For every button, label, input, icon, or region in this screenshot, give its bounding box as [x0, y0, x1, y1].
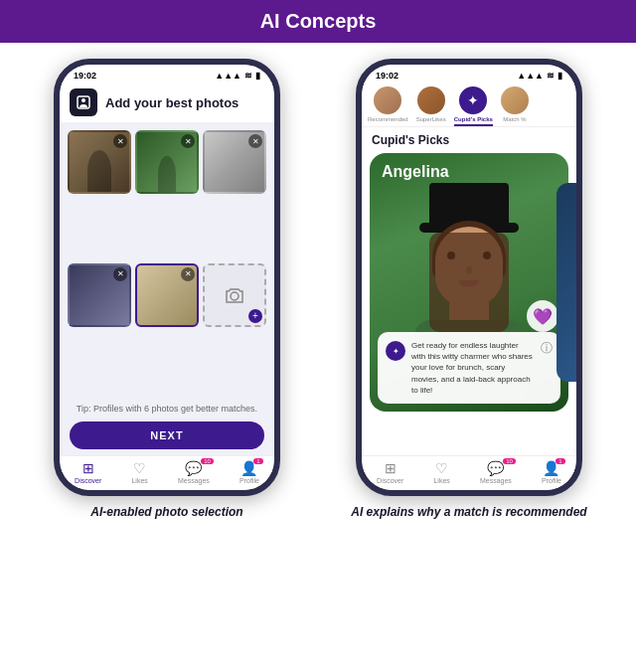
signal-icon: ▲▲▲ [215, 71, 241, 81]
caption2: AI explains why a match is recommended [351, 504, 586, 521]
remove-photo-5[interactable]: ✕ [181, 267, 195, 281]
phone1-nav-messages[interactable]: 💬 10 Messages [178, 460, 210, 484]
right-peek-card [556, 183, 576, 382]
messages-icon: 💬 [185, 460, 202, 476]
photo-cell-6-empty[interactable]: + [203, 263, 266, 327]
profile-card[interactable]: Angelina 💜 ✦ Get ready for endless laugh… [370, 153, 568, 412]
messages2-icon: 💬 [487, 460, 504, 476]
phone1-nav-discover[interactable]: ⊞ Discover [75, 460, 101, 484]
phone2-column: 19:02 ▲▲▲ ≋ ▮ Recommended Super [326, 59, 612, 521]
phone1-screen: 19:02 ▲▲▲ ≋ ▮ [60, 65, 274, 490]
phone2-nav-discover[interactable]: ⊞ Discover [377, 460, 403, 484]
long-hair [429, 233, 509, 332]
photo-grid: ✕ ✕ ✕ ✕ ✕ [60, 122, 274, 400]
profile-area: Angelina 💜 ✦ Get ready for endless laugh… [362, 153, 576, 455]
phone1-nav-likes[interactable]: ♡ Likes [131, 460, 147, 484]
svg-point-2 [231, 292, 238, 300]
phone1-status-bar: 19:02 ▲▲▲ ≋ ▮ [60, 65, 274, 83]
section-title: Cupid's Picks [362, 127, 576, 153]
discover2-icon: ⊞ [385, 460, 397, 476]
photo-cell-3[interactable]: ✕ [203, 130, 266, 194]
phone1-column: 19:02 ▲▲▲ ≋ ▮ [24, 59, 310, 521]
info-more-icon[interactable]: ⓘ [541, 340, 553, 357]
next-button[interactable]: NEXT [70, 421, 264, 449]
phone2-nav-likes[interactable]: ♡ Likes [433, 460, 449, 484]
phone2-screen: 19:02 ▲▲▲ ≋ ▮ Recommended Super [362, 65, 576, 490]
tabs-row: Recommended SuperLikes ✦ Cupid's Picks M… [362, 83, 576, 127]
messages2-label: Messages [480, 477, 512, 484]
cupids-picks-icon: ✦ [459, 86, 487, 114]
profile-label: Profile [239, 477, 259, 484]
phone1-nav-profile[interactable]: 👤 1 Profile [239, 460, 259, 484]
phone1-time: 19:02 [74, 71, 96, 81]
photo-cell-4[interactable]: ✕ [68, 263, 131, 327]
profile-info-card: ✦ Get ready for endless laughter with th… [378, 332, 560, 404]
caption1: AI-enabled photo selection [90, 504, 242, 521]
photo-cell-5[interactable]: ✕ [135, 263, 199, 327]
phone2-nav-profile[interactable]: 👤 1 Profile [542, 460, 561, 484]
phone1-status-icons: ▲▲▲ ≋ ▮ [215, 71, 260, 81]
discover-icon: ⊞ [82, 460, 94, 476]
remove-photo-2[interactable]: ✕ [181, 134, 195, 148]
phone1-shell: 19:02 ▲▲▲ ≋ ▮ [54, 59, 280, 496]
sparkle-button[interactable]: 💜 [527, 300, 558, 332]
messages-badge: 10 [201, 458, 214, 464]
page-title: AI Concepts [260, 10, 377, 32]
photo-cell-2[interactable]: ✕ [135, 130, 199, 194]
add-photo-plus[interactable]: + [248, 309, 262, 323]
tab-recommended[interactable]: Recommended [368, 86, 408, 122]
photo-cell-1[interactable]: ✕ [68, 130, 131, 194]
tab-match-percent[interactable]: Match % [501, 86, 529, 122]
svg-point-1 [81, 98, 85, 102]
photo-header: Add your best photos [60, 83, 274, 122]
profile2-badge: 1 [556, 458, 565, 464]
discover2-label: Discover [377, 477, 403, 484]
wifi2-icon: ≋ [547, 71, 555, 81]
discover-label: Discover [75, 477, 101, 484]
battery-icon: ▮ [255, 71, 260, 81]
profile-badge: 1 [253, 458, 263, 464]
likes2-icon: ♡ [435, 460, 448, 476]
likes-icon: ♡ [133, 460, 146, 476]
tip-text: Tip: Profiles with 6 photos get better m… [60, 400, 274, 418]
remove-photo-1[interactable]: ✕ [113, 134, 127, 148]
phone2-bottom-nav: ⊞ Discover ♡ Likes 💬 10 Messages 👤 1 [362, 455, 576, 490]
page-header: AI Concepts [0, 0, 636, 43]
phone2-shell: 19:02 ▲▲▲ ≋ ▮ Recommended Super [356, 59, 582, 496]
phone2-status-bar: 19:02 ▲▲▲ ≋ ▮ [362, 65, 576, 83]
phone2-status-icons: ▲▲▲ ≋ ▮ [517, 71, 562, 81]
phone1-bottom-nav: ⊞ Discover ♡ Likes 💬 10 Messages 👤 1 [60, 455, 274, 490]
messages-label: Messages [178, 477, 210, 484]
tab-cupids-picks[interactable]: ✦ Cupid's Picks [454, 86, 493, 122]
profile2-label: Profile [542, 477, 561, 484]
profile-name: Angelina [382, 163, 449, 181]
likes2-label: Likes [433, 477, 449, 484]
wifi-icon: ≋ [244, 71, 252, 81]
remove-photo-4[interactable]: ✕ [113, 267, 127, 281]
photo-header-title: Add your best photos [105, 95, 238, 110]
messages2-badge: 10 [503, 458, 516, 464]
main-content: 19:02 ▲▲▲ ≋ ▮ [0, 43, 636, 529]
likes-label: Likes [131, 477, 147, 484]
profile-icon [70, 88, 97, 116]
remove-photo-3[interactable]: ✕ [248, 134, 262, 148]
ai-description: Get ready for endless laughter with this… [411, 340, 535, 396]
signal2-icon: ▲▲▲ [517, 71, 544, 81]
phone2-time: 19:02 [376, 71, 398, 81]
battery2-icon: ▮ [557, 71, 562, 81]
camera-icon [224, 284, 245, 306]
ai-icon: ✦ [386, 341, 405, 361]
tab-superlikes[interactable]: SuperLikes [416, 86, 446, 122]
phone2-nav-messages[interactable]: 💬 10 Messages [480, 460, 512, 484]
